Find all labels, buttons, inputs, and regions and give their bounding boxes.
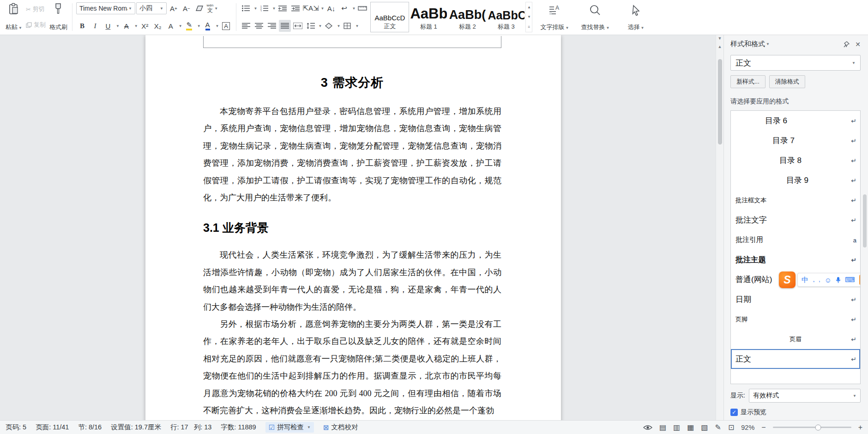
bold-button[interactable]: B [76,20,88,32]
zoom-slider-knob[interactable] [815,424,821,430]
pinyin-guide-button[interactable]: wén文▼ [206,2,218,14]
spell-check-button[interactable]: ☑ 拼写检查 ▼ [265,422,314,433]
char-border-button[interactable]: A [220,20,232,32]
chapter-heading: 3 需求分析 [203,74,501,91]
style-gallery-item-heading1[interactable]: AaBb 标题 1 [409,2,448,32]
zoom-out-button[interactable]: − [761,423,766,432]
clear-format-button[interactable] [193,2,205,14]
eye-icon[interactable] [643,424,652,431]
char-scale-button[interactable]: ⇱A⇲ [302,2,319,14]
font-family-select[interactable]: Times New Roma▼ [76,2,135,14]
style-item-header[interactable]: 页眉 ↵ [731,329,860,349]
cut-button[interactable]: ✂剪切 [26,5,46,13]
ime-keyboard-button[interactable]: ⌨ [845,276,855,284]
style-item-footer[interactable]: 页脚 ↵ [731,309,860,329]
document-scrollbar[interactable]: ▼ ▲ [716,35,723,420]
pin-icon[interactable] [843,41,850,48]
zoom-in-button[interactable]: + [858,423,862,432]
ime-mic-button[interactable] [836,277,841,283]
paste-button[interactable]: 粘贴▼ [5,1,23,33]
text-layout-button[interactable]: A 文字排版▼ [534,1,575,33]
font-color-button[interactable]: A [202,20,214,32]
scrollbar-thumb[interactable] [718,59,722,145]
tab-ruler-button[interactable] [356,2,368,14]
document-proof-button[interactable]: ⊠ 文档校对 [323,423,358,432]
style-item-toc8[interactable]: 目录 8 ↵ [731,151,860,170]
style-item-toc7[interactable]: 目录 7 ↵ [731,131,860,151]
gallery-scroll-up[interactable]: ▲ [526,2,532,12]
page-view-icon[interactable]: ▤ [659,423,666,432]
numbered-list-button[interactable]: 123 [258,2,270,14]
document-page[interactable]: 3 需求分析 本宠物寄养平台包括用户登录，密码信息管理，系统用户管理，增加系统用… [145,35,561,420]
fullscreen-view-icon[interactable]: ▥ [673,423,680,432]
current-style-select[interactable]: 正文 ▼ [730,55,861,71]
find-replace-button[interactable]: 查找替换▼ [575,1,615,33]
ime-language-toggle[interactable]: 中 [802,276,808,284]
align-center-button[interactable] [253,20,265,32]
styles-listbox: 目录 6 ↵ 目录 7 ↵ 目录 8 ↵ 目录 9 ↵ 批注框文本 ↵ 批注文字… [730,110,861,384]
show-filter-select[interactable]: 有效样式 ▼ [749,389,861,403]
increase-indent-button[interactable] [289,2,301,14]
show-preview-label: 显示预览 [741,408,766,416]
new-style-button[interactable]: 新样式... [730,75,766,88]
zoom-level[interactable]: 92% [741,424,754,431]
style-item-comment-text[interactable]: 批注文字 ↵ [731,210,860,230]
superscript-button[interactable]: X² [139,20,151,32]
justify-button[interactable] [279,20,291,32]
align-left-button[interactable] [240,20,252,32]
toolbar-separator [72,3,72,31]
panel-scrollbar-thumb[interactable] [863,194,867,247]
borders-button[interactable] [341,20,353,32]
style-item-comment-frame-text[interactable]: 批注框文本 ↵ [731,190,860,210]
increase-font-button[interactable]: A+ [168,2,180,14]
align-right-button[interactable] [266,20,278,32]
decrease-indent-button[interactable] [277,2,289,14]
edit-pen-icon[interactable]: ✎ [715,423,721,432]
char-effects-button[interactable]: A [165,20,177,32]
font-size-select[interactable]: 小四▼ [136,2,167,14]
ime-punctuation-toggle[interactable]: 。, [813,276,820,284]
copy-button[interactable]: 复制 [26,21,46,29]
style-item-toc6[interactable]: 目录 6 ↵ [731,111,860,131]
shading-button[interactable] [323,20,335,32]
split-view-icon[interactable]: ▼ [718,36,722,44]
strikethrough-button[interactable]: A [121,20,133,32]
clear-format-panel-button[interactable]: 清除格式 [769,75,805,88]
fit-page-icon[interactable]: ⊡ [728,423,734,432]
close-icon[interactable]: ✕ [855,41,861,48]
web-view-icon[interactable]: ▧ [701,423,708,432]
show-preview-checkbox[interactable]: ✓ [730,409,738,416]
select-tool-button[interactable]: 选择▼ [615,1,656,33]
style-item-date[interactable]: 日期 ↵ [731,289,860,309]
show-filter-value: 有效样式 [753,392,779,400]
style-gallery-item-heading3[interactable]: AaBbC 标题 3 [487,2,525,32]
style-item-normal-selected[interactable]: 正文 ↵ [731,349,860,369]
distribute-button[interactable] [292,20,304,32]
gallery-scroll-down[interactable]: ▼ [526,12,532,22]
style-gallery-item-normal[interactable]: AaBbCcD 正文 [370,2,409,32]
text-layout-label: 文字排版 [540,24,564,30]
ime-skin-button[interactable] [859,275,861,285]
subscript-button[interactable]: X₂ [152,20,164,32]
style-item-comment-subject[interactable]: 批注主题 ↵ [731,250,860,270]
decrease-font-button[interactable]: A− [181,2,193,14]
style-item-comment-reference[interactable]: 批注引用 a [731,230,860,250]
sort-button[interactable]: A↓ [325,2,337,14]
style-item-label: 目录 7 [772,135,795,146]
italic-button[interactable]: I [89,20,101,32]
format-painter-button[interactable]: 格式刷 [48,1,68,33]
scroll-up-arrow[interactable]: ▲ [718,44,722,52]
sogou-logo-icon[interactable]: S [779,271,796,288]
zoom-slider[interactable] [773,427,851,428]
line-spacing-button[interactable] [305,20,317,32]
gallery-more-button[interactable]: ≡ [526,22,532,32]
bullet-list-button[interactable] [240,2,252,14]
style-item-toc9[interactable]: 目录 9 ↵ [731,170,860,190]
outline-view-icon[interactable]: ▦ [687,423,694,432]
style-gallery-item-heading2[interactable]: AaBb( 标题 2 [448,2,487,32]
panel-title-caret-icon[interactable]: ▼ [766,42,770,46]
ime-emoji-button[interactable]: ☺ [825,276,832,284]
highlight-button[interactable]: ✎ [183,20,195,32]
underline-button[interactable]: U [102,20,114,32]
wrap-button[interactable]: ↩ [338,2,350,14]
